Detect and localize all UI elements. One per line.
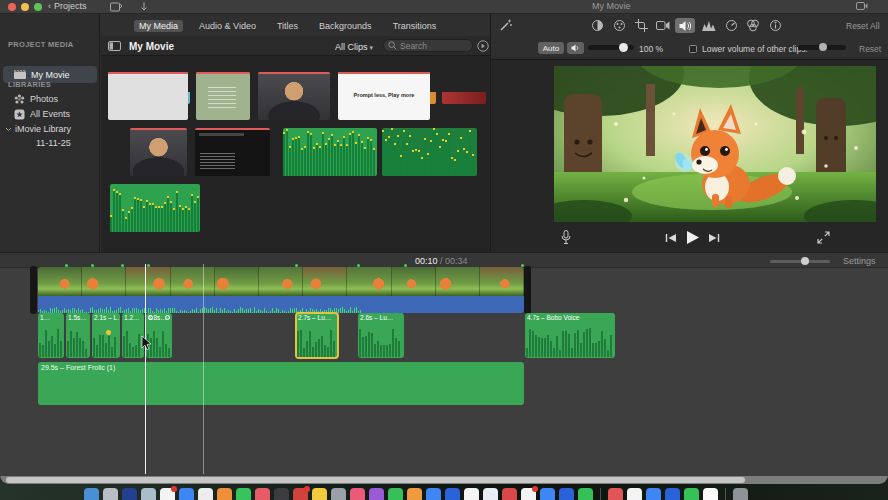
dock-app-icon[interactable] [578, 488, 593, 500]
dock-app-icon[interactable] [312, 488, 327, 500]
dock-app-icon[interactable] [445, 488, 460, 500]
dock-app-icon[interactable] [502, 488, 517, 500]
dock-app-icon[interactable] [627, 488, 642, 500]
fullscreen-icon[interactable] [817, 231, 830, 244]
dock-app-icon[interactable] [388, 488, 403, 500]
media-thumbnail-screen-recording[interactable] [108, 72, 188, 120]
stabilization-icon[interactable] [653, 18, 673, 33]
media-thumbnail[interactable] [442, 92, 486, 104]
scrollbar-thumb[interactable] [6, 477, 745, 483]
volume-slider-knob[interactable] [619, 43, 628, 52]
dock-app-icon[interactable] [255, 488, 270, 500]
media-thumbnail-audio[interactable] [110, 184, 200, 232]
dock-app-icon[interactable] [703, 488, 718, 500]
dock-app-icon[interactable] [464, 488, 479, 500]
media-thumbnail-talking-head[interactable] [258, 72, 330, 120]
color-correction-icon[interactable] [609, 18, 629, 33]
dock-app-icon[interactable] [483, 488, 498, 500]
dock-app-icon[interactable] [540, 488, 555, 500]
filmstrip-frame[interactable] [215, 267, 259, 296]
filmstrip-frame[interactable] [303, 267, 347, 296]
horizontal-scrollbar[interactable] [0, 476, 888, 484]
dock-app-icon[interactable] [665, 488, 680, 500]
audio-clip[interactable]: 4.7s – Bobo Voice [525, 313, 615, 358]
dock-app-icon[interactable] [684, 488, 699, 500]
auto-play-icon[interactable] [477, 40, 489, 52]
dock-app-icon[interactable] [733, 488, 748, 500]
tab-titles[interactable]: Titles [272, 20, 303, 32]
sidebar-item-event-date[interactable]: 11-11-25 [0, 136, 100, 151]
dock-app-icon[interactable] [160, 488, 175, 500]
dock-app-icon[interactable] [198, 488, 213, 500]
noise-reduction-icon[interactable] [699, 18, 719, 33]
speed-icon[interactable] [721, 18, 741, 33]
audio-clip[interactable]: 2.1s – L… [92, 313, 120, 358]
import-media-icon[interactable] [110, 2, 122, 12]
audio-clip[interactable]: 1… [38, 313, 64, 358]
media-thumbnail-audio[interactable] [283, 128, 377, 176]
timeline-zoom-slider[interactable] [770, 260, 830, 263]
tab-transitions[interactable]: Transitions [388, 20, 442, 32]
zoom-window-button[interactable] [34, 3, 42, 11]
minimize-window-button[interactable] [21, 3, 29, 11]
filmstrip-frame[interactable] [392, 267, 436, 296]
audio-clip[interactable]: 2.6s – Lu… [358, 313, 404, 358]
dock-app-icon[interactable] [141, 488, 156, 500]
dock-app-icon[interactable] [293, 488, 308, 500]
dock-app-icon[interactable] [407, 488, 422, 500]
filmstrip-frame[interactable] [82, 267, 126, 296]
fade-handle[interactable] [148, 315, 153, 320]
sidebar-toggle-icon[interactable] [108, 41, 121, 51]
crop-icon[interactable] [631, 18, 651, 33]
info-icon[interactable] [765, 18, 785, 33]
clip-filter-dropdown[interactable]: All Clips▾ [335, 42, 373, 52]
dock-app-icon[interactable] [350, 488, 365, 500]
clip-trim-handle-left[interactable] [30, 266, 37, 314]
tab-backgrounds[interactable]: Backgrounds [314, 20, 377, 32]
sidebar-item-imovie-library[interactable]: iMovie Library [0, 122, 100, 137]
media-thumbnail-talking-head[interactable] [130, 128, 187, 176]
dock-app-icon[interactable] [179, 488, 194, 500]
sidebar-item-photos[interactable]: Photos [0, 92, 100, 107]
filmstrip-frame[interactable] [126, 267, 170, 296]
display-icon[interactable] [856, 2, 868, 11]
dock-app-icon[interactable] [84, 488, 99, 500]
fade-handle[interactable] [165, 315, 170, 320]
dock-app-icon[interactable] [122, 488, 137, 500]
sidebar-item-all-events[interactable]: All Events [0, 107, 100, 122]
settings-button[interactable]: Settings [843, 256, 876, 266]
enhance-wand-icon[interactable] [499, 18, 513, 32]
video-audio-strip[interactable] [38, 296, 524, 313]
dock-app-icon[interactable] [236, 488, 251, 500]
tab-my-media[interactable]: My Media [134, 20, 183, 32]
mute-button[interactable] [567, 42, 584, 54]
background-music-clip[interactable]: 29.5s – Forest Frolic (1) [38, 362, 524, 405]
dock-app-icon[interactable] [103, 488, 118, 500]
clip-trim-handle-right[interactable] [524, 266, 531, 314]
timeline-zoom-knob[interactable] [801, 257, 809, 265]
skip-back-button[interactable] [665, 233, 677, 243]
media-thumbnail-terminal[interactable] [195, 128, 270, 176]
dock-app-icon[interactable] [369, 488, 384, 500]
dock-app-icon[interactable] [217, 488, 232, 500]
skip-forward-button[interactable] [708, 233, 720, 243]
filmstrip-frame[interactable] [259, 267, 303, 296]
tab-audio-video[interactable]: Audio & Video [194, 20, 261, 32]
lower-volume-knob[interactable] [819, 43, 827, 51]
play-button[interactable] [685, 230, 700, 245]
volume-icon[interactable] [675, 18, 695, 33]
filmstrip-frame[interactable] [171, 267, 215, 296]
dock-app-icon[interactable] [559, 488, 574, 500]
reset-button[interactable]: Reset [859, 44, 881, 54]
search-field[interactable] [383, 39, 473, 52]
reset-all-button[interactable]: Reset All [846, 21, 880, 31]
filmstrip-frame[interactable] [347, 267, 391, 296]
filters-icon[interactable] [743, 18, 763, 33]
close-window-button[interactable] [8, 3, 16, 11]
filmstrip-frame[interactable] [436, 267, 480, 296]
microphone-icon[interactable] [561, 230, 571, 245]
projects-back-button[interactable]: ‹Projects [48, 1, 87, 11]
dock-app-icon[interactable] [274, 488, 289, 500]
audio-clip[interactable]: 1.5s… [66, 313, 90, 358]
audio-clip-selected[interactable]: 2.7s – Lu… [296, 313, 338, 358]
